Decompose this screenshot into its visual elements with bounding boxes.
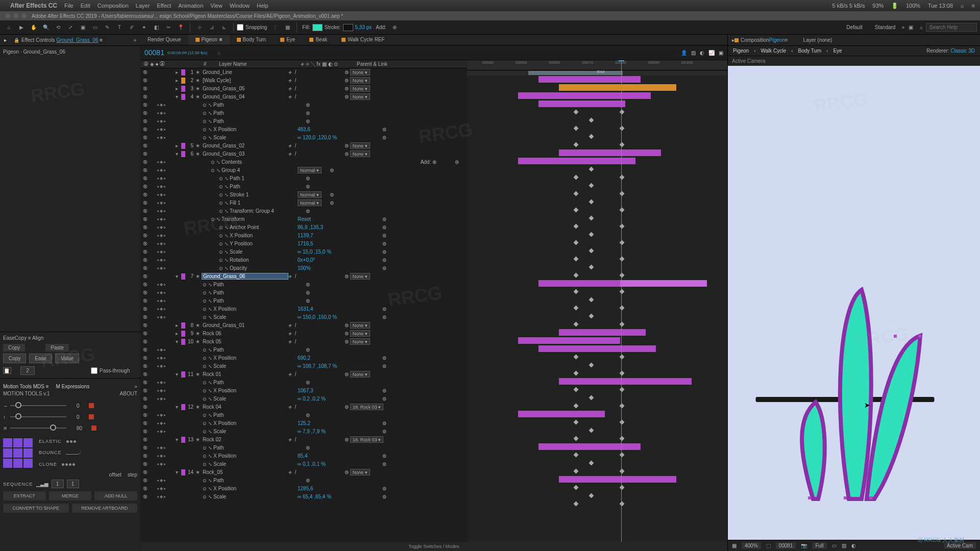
property-row[interactable]: ⦿◂ ◆ ▸⊙ ⤡ Y Position1716,5⊚ bbox=[140, 240, 467, 248]
parent-dropdown[interactable]: ⊚ None ▾ bbox=[345, 85, 390, 92]
property-name[interactable]: ⊙ ⤡ X Position bbox=[180, 355, 298, 361]
easecopy-clip-icon[interactable]: 📋 bbox=[3, 367, 11, 374]
dpr-icon[interactable]: ⬚ bbox=[766, 543, 771, 548]
twirl-icon[interactable]: ▸ bbox=[173, 69, 180, 75]
property-row[interactable]: ⦿◂ ◆ ▸⊙ ⤡ Path⊚ bbox=[140, 477, 467, 485]
property-row[interactable]: ⦿◂ ◆ ▸⊙ ⤡ Path⊚ bbox=[140, 289, 467, 297]
visibility-icon[interactable]: ⦿ bbox=[140, 290, 150, 295]
keyframe-icon[interactable] bbox=[620, 453, 625, 458]
link-icon[interactable]: ⊚ bbox=[374, 420, 395, 426]
keyframe-icon[interactable] bbox=[620, 387, 625, 392]
keyframe-nav[interactable]: ◂ ◆ ▸ bbox=[150, 494, 173, 499]
label-color[interactable] bbox=[181, 94, 185, 100]
layer-name[interactable]: Rock 01 bbox=[202, 371, 288, 377]
property-name[interactable]: ⊙ ⤡ Anchor Point bbox=[180, 224, 298, 230]
keyframe-icon[interactable] bbox=[620, 502, 625, 507]
label-color[interactable] bbox=[181, 322, 185, 329]
keyframe-icon[interactable] bbox=[620, 306, 625, 311]
visibility-icon[interactable]: ⦿ bbox=[140, 143, 150, 148]
region-icon[interactable]: ▭ bbox=[832, 543, 837, 548]
visibility-icon[interactable]: ⦿ bbox=[140, 274, 150, 279]
keyframe-icon[interactable] bbox=[620, 191, 625, 196]
parent-dropdown[interactable]: ⊚ None ▾ bbox=[345, 273, 390, 280]
time-ruler[interactable]: 00040 00050 00060 00070 00080 00090 0010… bbox=[467, 60, 727, 70]
label-color[interactable] bbox=[181, 69, 185, 76]
workspace-reset-icon[interactable]: ▣ bbox=[905, 22, 916, 33]
keyframe-icon[interactable] bbox=[574, 273, 579, 278]
comp-tab-pigeon[interactable]: Pigeon ≡ bbox=[188, 35, 230, 45]
property-name[interactable]: ⊙ ⤡ Path bbox=[180, 298, 298, 304]
visibility-icon[interactable]: ⦿ bbox=[140, 388, 150, 393]
twirl-icon[interactable]: ▸ bbox=[173, 86, 180, 91]
camera-tool-icon[interactable]: ▣ bbox=[78, 22, 88, 33]
property-value[interactable]: 125,2 bbox=[298, 420, 374, 426]
keyframe-nav[interactable]: ◂ ◆ ▸ bbox=[150, 103, 173, 107]
label-color[interactable] bbox=[181, 404, 185, 410]
menu-help[interactable]: Help bbox=[257, 3, 268, 9]
menu-effect[interactable]: Effect bbox=[157, 3, 171, 9]
keyframe-icon[interactable] bbox=[620, 142, 625, 147]
parent-dropdown[interactable]: ⊚ None ▾ bbox=[345, 469, 390, 475]
keyframe-nav[interactable]: ◂ ◆ ▸ bbox=[150, 421, 173, 425]
parent-dropdown[interactable]: ⊚ 18. Rock 03 ▾ bbox=[345, 436, 390, 443]
visibility-icon[interactable]: ⦿ bbox=[140, 298, 150, 304]
visibility-icon[interactable]: ⦿ bbox=[140, 454, 150, 459]
keyframe-icon[interactable] bbox=[574, 387, 579, 392]
keyframe-icon[interactable] bbox=[589, 363, 594, 368]
visibility-icon[interactable]: ⦿ bbox=[140, 209, 150, 214]
link-icon[interactable]: ⊚ bbox=[322, 167, 342, 173]
twirl-icon[interactable]: ▾ bbox=[173, 273, 180, 279]
parent-dropdown[interactable]: ⊚ None ▾ bbox=[345, 69, 390, 76]
link-icon[interactable]: ⊚ bbox=[374, 461, 395, 467]
property-row[interactable]: ⦿◂ ◆ ▸⊙ ⤡ Path 1⊚ bbox=[140, 174, 467, 183]
keyframe-nav[interactable]: ◂ ◆ ▸ bbox=[150, 127, 173, 132]
layer-name[interactable]: [Walk Cycle] bbox=[202, 78, 288, 83]
menu-edit[interactable]: Edit bbox=[81, 3, 90, 9]
layer-bar[interactable] bbox=[518, 411, 605, 417]
link-icon[interactable]: ⊚ bbox=[298, 290, 318, 295]
keyframe-nav[interactable]: ◂ ◆ ▸ bbox=[150, 413, 173, 417]
property-row[interactable]: ⦿◂ ◆ ▸⊙ ⤡ Scale∞ 108,7 ,108,7 %⊚ bbox=[140, 362, 467, 370]
label-color[interactable] bbox=[181, 371, 185, 378]
rotate-tool-icon[interactable]: ⤢ bbox=[65, 22, 76, 33]
twirl-icon[interactable]: ▾ bbox=[173, 469, 180, 475]
property-row[interactable]: ⦿◂ ◆ ▸⊙ ⤡ ContentsAdd: ⊕⊚ bbox=[140, 158, 467, 166]
layer-none-tab[interactable]: Layer (none) bbox=[803, 37, 832, 43]
add-contents[interactable]: Add: ⊕ bbox=[421, 159, 436, 165]
mexpressions-tab[interactable]: M Expressions bbox=[56, 384, 90, 389]
visibility-icon[interactable]: ⦿ bbox=[140, 356, 150, 361]
property-value[interactable]: 483,6 bbox=[298, 127, 374, 132]
keyframe-nav[interactable]: ◂ ◆ ▸ bbox=[150, 298, 173, 303]
visibility-icon[interactable]: ⦿ bbox=[140, 233, 150, 238]
playhead[interactable] bbox=[621, 60, 622, 542]
link-icon[interactable]: ⊚ bbox=[298, 445, 318, 450]
comp-tab-beak[interactable]: Beak bbox=[302, 35, 334, 45]
property-value[interactable]: 1285,6 bbox=[298, 486, 374, 491]
comp-tab-name[interactable]: Pigeon bbox=[769, 37, 785, 43]
hand-tool-icon[interactable]: ✋ bbox=[29, 22, 39, 33]
rect-tool-icon[interactable]: ▭ bbox=[90, 22, 100, 33]
keyframe-icon[interactable] bbox=[574, 257, 579, 262]
visibility-icon[interactable]: ⦿ bbox=[140, 339, 150, 344]
property-row[interactable]: ⦿◂ ◆ ▸⊙ ⤡ Fill 1Normal ▾⊚ bbox=[140, 199, 467, 207]
text-tool-icon[interactable]: T bbox=[114, 22, 125, 33]
property-name[interactable]: ⊙ ⤡ Stroke 1 bbox=[180, 192, 298, 197]
layer-bar[interactable] bbox=[559, 84, 676, 91]
layer-bar[interactable] bbox=[538, 76, 641, 83]
keyframe-nav[interactable]: ◂ ◆ ▸ bbox=[150, 241, 173, 246]
property-value[interactable]: 1139,7 bbox=[298, 233, 374, 238]
property-row[interactable]: ⦿◂ ◆ ▸⊙ ⤡ Opacity100%⊚ bbox=[140, 264, 467, 272]
property-name[interactable]: ⊙ ⤡ Group 4 bbox=[180, 167, 298, 173]
window-min-icon[interactable] bbox=[13, 13, 18, 18]
keyframe-icon[interactable] bbox=[620, 404, 625, 409]
property-name[interactable]: ⊙ ⤡ Path bbox=[180, 347, 298, 353]
link-icon[interactable]: ⊚ bbox=[322, 200, 342, 206]
convert-button[interactable]: CONVERT TO SHAPE bbox=[3, 504, 69, 513]
keyframe-icon[interactable] bbox=[589, 167, 594, 172]
keyframe-icon[interactable] bbox=[574, 436, 579, 441]
zoom-dropdown[interactable]: 400% bbox=[742, 542, 761, 549]
keyframe-icon[interactable] bbox=[620, 371, 625, 376]
layer-switches[interactable]: ቀ / bbox=[288, 322, 345, 329]
keyframe-nav[interactable]: ◂ ◆ ▸ bbox=[150, 160, 173, 164]
renderer-dropdown[interactable]: Classic 3D bbox=[950, 48, 975, 54]
